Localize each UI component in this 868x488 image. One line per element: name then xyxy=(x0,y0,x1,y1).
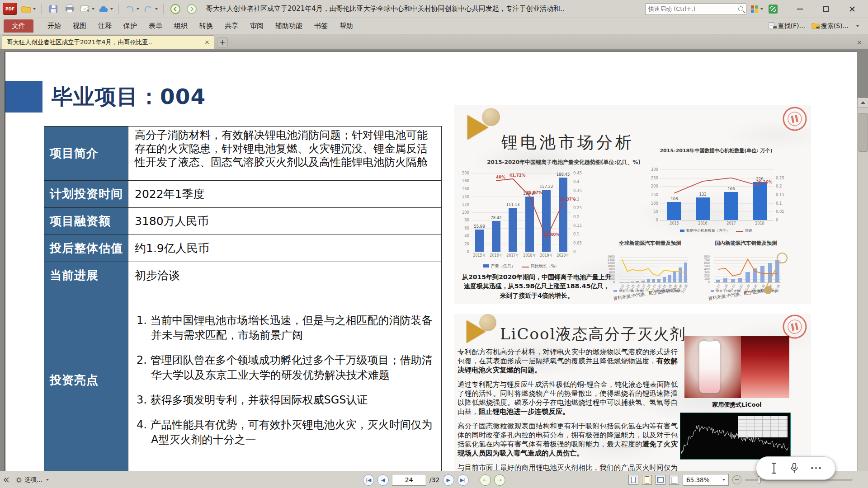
waveform-chart-image xyxy=(680,413,791,460)
menu-item-accessibility[interactable]: 辅助功能 xyxy=(269,19,308,33)
close-icon xyxy=(849,6,855,12)
liquid-photo-right xyxy=(741,336,789,398)
row-value: 约1.9亿人民币 xyxy=(128,235,441,262)
gear-icon xyxy=(15,477,22,483)
find-document-icon xyxy=(769,22,777,29)
line-label: 41.72% xyxy=(505,173,530,178)
quick-search-box[interactable] xyxy=(645,3,746,15)
gold-dot-decoration xyxy=(764,286,772,294)
table-row: 项目简介 高分子消防材料，有效解决锂电池消防问题；针对锂电池可能存在的火灾隐患，… xyxy=(44,127,441,181)
datacenter-chart-title: 2015-2018年中国数据中心机柜数量(单位: 万个) xyxy=(648,148,784,155)
options-button[interactable]: 选项... xyxy=(13,474,52,486)
legend-swatch xyxy=(483,264,489,267)
print-button[interactable] xyxy=(63,2,76,16)
slide-accent-square xyxy=(5,81,42,113)
document-tab[interactable]: 哥大狂人创业者社区成立于2021年4月，由哥伦比亚.. xyxy=(2,35,214,49)
previous-view-button[interactable]: ← xyxy=(479,474,491,486)
continuous-view-button[interactable] xyxy=(642,475,652,485)
menu-item-organize[interactable]: 组织 xyxy=(168,19,193,33)
zoom-out-button[interactable] xyxy=(732,475,741,484)
facing-view-button[interactable] xyxy=(656,475,665,485)
trend-line xyxy=(644,166,788,227)
maximize-button[interactable] xyxy=(813,0,839,18)
gold-ring-decoration xyxy=(777,253,788,263)
undo-button[interactable] xyxy=(124,2,139,16)
menu-item-file[interactable]: 文件 xyxy=(4,19,33,33)
zoom-level-select[interactable]: 65.38% xyxy=(683,474,729,486)
menu-item-comment[interactable]: 注释 xyxy=(92,19,118,33)
quick-search-input[interactable] xyxy=(648,5,738,12)
microphone-icon[interactable] xyxy=(790,462,799,474)
last-page-button[interactable]: ▶| xyxy=(457,474,468,486)
text-run: 专利配方有机高分子材料，对锂电火灾中的燃烧物以气溶胶的形式进行包覆，在其表面形成… xyxy=(458,348,678,365)
email-button[interactable] xyxy=(80,2,94,16)
paragraph: 通过专利配方与锂反应生成活性极低的铜-锂合金，钝化液态锂表面降低了锂的活性。同时… xyxy=(458,380,678,416)
pdf-page-canvas[interactable]: 毕业项目：004 项目简介 高分子消防材料，有效解决锂电池消防问题；针对锂电池可… xyxy=(5,52,857,471)
document-tab-title: 哥大狂人创业者社区成立于2021年4月，由哥伦比亚.. xyxy=(7,38,201,47)
next-view-button[interactable]: → xyxy=(494,474,505,486)
cloud-button[interactable] xyxy=(98,2,113,16)
page-number-input[interactable] xyxy=(392,474,426,486)
previous-page-button[interactable]: ◀ xyxy=(377,474,389,486)
table-row-highlights: 投资亮点 1. 当前中国锂电池市场增长迅速，但是与之相匹配的消防装备并未与需求匹… xyxy=(44,289,441,471)
row-label: 投资亮点 xyxy=(44,289,128,471)
vertical-scrollbar[interactable] xyxy=(857,98,868,488)
single-page-view-button[interactable] xyxy=(628,475,638,485)
global-ev-chart-title: 全球新能源汽车销量及预测 xyxy=(611,240,689,247)
zoom-level-value: 65.38% xyxy=(686,476,709,483)
next-page-button[interactable]: ▶ xyxy=(443,474,454,486)
legend-line-swatch xyxy=(736,231,743,232)
new-tab-button[interactable]: + xyxy=(217,38,228,47)
menu-item-review[interactable]: 审阅 xyxy=(244,19,269,33)
legend-swatch xyxy=(680,230,684,232)
tab-close-icon[interactable] xyxy=(205,40,209,45)
menu-item-help[interactable]: 帮助 xyxy=(334,19,359,33)
chevron-down-icon xyxy=(155,8,158,10)
menu-item-home[interactable]: 开始 xyxy=(42,19,67,33)
collapse-panel-icon[interactable] xyxy=(3,477,9,483)
open-file-button[interactable] xyxy=(21,2,36,16)
chart-legend: 数据中心机柜数量（万个） 增速 xyxy=(644,228,788,233)
tabbar-close-icon[interactable] xyxy=(857,41,862,45)
scroll-up-button[interactable] xyxy=(858,98,868,108)
paragraph: 高分子固态微粒微观表面结构和更有利于吸附包括氟化氢在内等有害气体的同时改变多孔内… xyxy=(458,422,678,458)
titlebar[interactable]: PDF 哥大狂人创业者社区成立于2021年4月，由哥伦比亚大学全球中心和中关村协… xyxy=(0,0,868,18)
minimize-icon xyxy=(797,9,803,9)
forward-button[interactable] xyxy=(185,2,198,16)
licool-panel: LiCool液态高分子灭火剂 专利配方有机高分子材料，对锂电火灾中的燃烧物以气溶… xyxy=(454,314,811,471)
list-item: 2. 管理团队曾在多个领域成功孵化过多个千万级项目；借助清华大学以及东京工业大学… xyxy=(137,353,433,383)
menu-item-share[interactable]: 共享 xyxy=(219,19,244,33)
print-icon xyxy=(65,4,75,14)
minimize-button[interactable] xyxy=(787,0,813,18)
search-button[interactable]: 搜索(S)... xyxy=(811,22,849,30)
first-page-button[interactable]: |◀ xyxy=(363,474,374,486)
facing-continuous-view-button[interactable] xyxy=(669,475,679,485)
fullscreen-button[interactable] xyxy=(767,2,779,16)
divider xyxy=(118,4,119,14)
app-logo-icon: PDF xyxy=(3,3,17,15)
apps-button[interactable] xyxy=(750,2,763,16)
waveform-line xyxy=(680,413,790,459)
trend-line xyxy=(609,255,690,289)
save-icon xyxy=(48,4,58,14)
menu-item-protect[interactable]: 保护 xyxy=(118,19,143,33)
floating-toolbar xyxy=(756,456,835,480)
list-item: 3. 获得多项发明专利，并获得国际权威SGS认证 xyxy=(137,393,433,408)
menu-item-form[interactable]: 表单 xyxy=(143,19,168,33)
back-button[interactable] xyxy=(169,2,182,16)
menu-item-bookmark[interactable]: 书签 xyxy=(308,19,334,33)
save-button[interactable] xyxy=(47,2,60,16)
close-button[interactable] xyxy=(839,0,865,18)
text-cursor-icon[interactable] xyxy=(770,462,778,474)
menu-item-convert[interactable]: 转换 xyxy=(193,19,219,33)
more-options-icon[interactable] xyxy=(811,467,821,469)
collapse-ribbon-icon[interactable] xyxy=(856,25,859,27)
maximize-icon xyxy=(823,6,829,12)
scrollbar-thumb[interactable] xyxy=(859,113,868,152)
page-total: /32 xyxy=(429,476,440,483)
redo-button[interactable] xyxy=(143,2,158,16)
menu-item-view[interactable]: 视图 xyxy=(67,19,92,33)
seal-stamp-icon xyxy=(780,104,810,134)
slide-title: 毕业项目：004 xyxy=(52,83,206,111)
find-button[interactable]: 查找(F)... xyxy=(769,22,805,30)
